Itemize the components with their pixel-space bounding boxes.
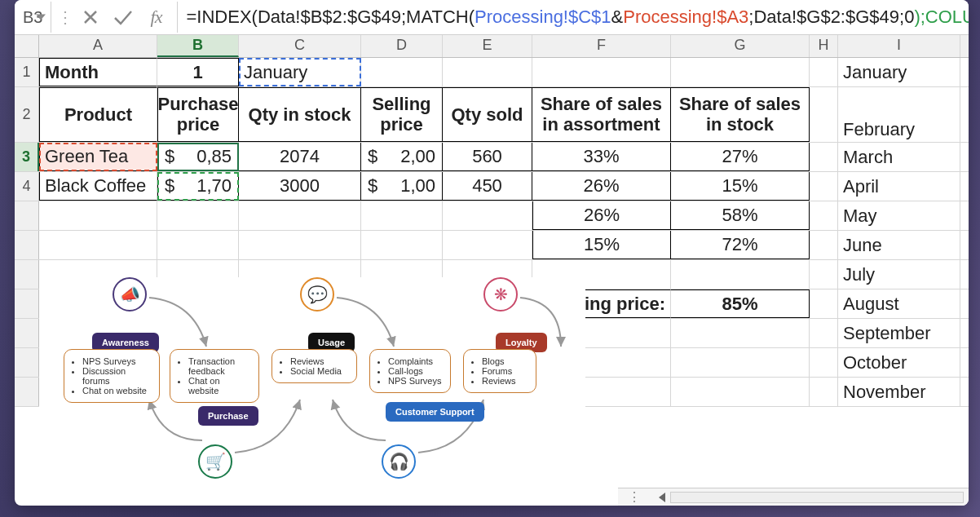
col-header-E[interactable]: E xyxy=(443,35,532,57)
enter-button[interactable] xyxy=(107,4,139,30)
row-header-11[interactable] xyxy=(15,378,39,406)
cell-H1[interactable] xyxy=(810,58,838,86)
cell-B4[interactable]: $ 1,70 xyxy=(157,172,239,201)
row-header-8[interactable] xyxy=(15,289,39,318)
cell-I10[interactable]: October xyxy=(838,348,960,377)
cell-G8[interactable]: 85% xyxy=(671,289,810,318)
cell-I7[interactable]: July xyxy=(838,260,960,289)
cell-A6[interactable] xyxy=(39,231,157,259)
cell-G6[interactable]: 72% xyxy=(671,231,810,259)
cell-F5[interactable]: 26% xyxy=(532,201,671,230)
row-header-4[interactable]: 4 xyxy=(15,172,39,201)
name-box[interactable]: B3 xyxy=(15,2,51,33)
col-header-I[interactable]: I xyxy=(838,35,960,57)
cell-F3[interactable]: 33% xyxy=(532,143,671,171)
cell-B1[interactable]: 1 xyxy=(157,58,239,86)
cell-I2[interactable]: February xyxy=(838,87,960,142)
cell-E2[interactable]: Qty sold xyxy=(443,87,532,142)
cell-A3[interactable]: Green Tea xyxy=(39,143,157,171)
cell-C2[interactable]: Qty in stock xyxy=(239,87,361,142)
cell-C3[interactable]: 2074 xyxy=(239,143,361,171)
cell-I5[interactable]: May xyxy=(838,201,960,230)
cell-A4[interactable]: Black Coffee xyxy=(39,172,157,201)
cell-G2[interactable]: Share of sales in stock xyxy=(671,87,810,142)
cell-H6[interactable] xyxy=(810,231,838,259)
cell-H10[interactable] xyxy=(810,348,838,377)
col-header-B[interactable]: B xyxy=(157,35,239,57)
cell-G5[interactable]: 58% xyxy=(671,201,810,230)
row-header-6[interactable] xyxy=(15,231,39,259)
cell-G4[interactable]: 15% xyxy=(671,172,810,201)
cell-F1[interactable] xyxy=(532,58,671,86)
scrollbar-track[interactable] xyxy=(670,492,964,503)
col-header-A[interactable]: A xyxy=(39,35,157,57)
cell-H3[interactable] xyxy=(810,143,838,171)
row-header-10[interactable] xyxy=(15,348,39,377)
cell-G10[interactable] xyxy=(671,348,810,377)
cell-E3[interactable]: 560 xyxy=(443,143,532,171)
cell-E1[interactable] xyxy=(443,58,532,86)
cell-D6[interactable] xyxy=(361,231,443,259)
formula-bar-options-icon[interactable]: ⋮ xyxy=(56,7,74,27)
cell-G11[interactable] xyxy=(671,378,810,406)
horizontal-scrollbar[interactable]: ⋮ xyxy=(618,488,969,506)
cell-H9[interactable] xyxy=(810,319,838,347)
insert-function-button[interactable]: fx xyxy=(139,4,172,30)
row-header-1[interactable]: 1 xyxy=(15,58,39,86)
sheet-tab-scroll-icon[interactable]: ⋮ xyxy=(618,489,652,505)
cell-G1[interactable] xyxy=(671,58,810,86)
cell-I6[interactable]: June xyxy=(838,231,960,259)
cell-D2[interactable]: Selling price xyxy=(361,87,443,142)
cell-H8[interactable] xyxy=(810,289,838,318)
cell-G9[interactable] xyxy=(671,319,810,347)
cell-E6[interactable] xyxy=(443,231,532,259)
row-header-2[interactable]: 2 xyxy=(15,87,39,142)
cell-A1[interactable]: Month xyxy=(39,58,157,86)
cell-B6[interactable] xyxy=(157,231,239,259)
cell-F2[interactable]: Share of sales in assortment xyxy=(532,87,671,142)
row-header-5[interactable] xyxy=(15,201,39,230)
cell-I3[interactable]: March xyxy=(838,143,960,171)
cell-D1[interactable] xyxy=(361,58,443,86)
cell-B3[interactable]: $ 0,85 xyxy=(157,143,239,171)
cell-I4[interactable]: April xyxy=(838,172,960,201)
scroll-left-icon[interactable] xyxy=(659,493,665,502)
cell-C5[interactable] xyxy=(239,201,361,230)
cell-F6[interactable]: 15% xyxy=(532,231,671,259)
cell-A2[interactable]: Product xyxy=(39,87,157,142)
cell-B5[interactable] xyxy=(157,201,239,230)
cell-G3[interactable]: 27% xyxy=(671,143,810,171)
cancel-button[interactable] xyxy=(74,4,107,30)
row-header-9[interactable] xyxy=(15,319,39,347)
cell-D3[interactable]: $ 2,00 xyxy=(361,143,443,171)
cell-H4[interactable] xyxy=(810,172,838,201)
cell-I11[interactable]: November xyxy=(838,378,960,406)
row-header-7[interactable] xyxy=(15,260,39,289)
cell-I8[interactable]: August xyxy=(838,289,960,318)
cell-B2[interactable]: Purchase price xyxy=(157,87,239,142)
cell-H7[interactable] xyxy=(810,260,838,289)
cell-I1[interactable]: January xyxy=(838,58,960,86)
cell-E5[interactable] xyxy=(443,201,532,230)
cell-E4[interactable]: 450 xyxy=(443,172,532,201)
cell-H2[interactable] xyxy=(810,87,838,142)
cell-G7[interactable] xyxy=(671,260,810,289)
cell-H5[interactable] xyxy=(810,201,838,230)
cell-F4[interactable]: 26% xyxy=(532,172,671,201)
col-header-F[interactable]: F xyxy=(532,35,671,57)
col-header-H[interactable]: H xyxy=(810,35,838,57)
row-header-3[interactable]: 3 xyxy=(15,143,39,171)
col-header-C[interactable]: C xyxy=(239,35,361,57)
select-all-corner[interactable] xyxy=(15,35,39,57)
cell-I9[interactable]: September xyxy=(838,319,960,347)
cell-H11[interactable] xyxy=(810,378,838,406)
col-header-G[interactable]: G xyxy=(671,35,810,57)
cell-D4[interactable]: $ 1,00 xyxy=(361,172,443,201)
cell-C4[interactable]: 3000 xyxy=(239,172,361,201)
name-box-dropdown-icon[interactable] xyxy=(36,15,46,20)
cell-D5[interactable] xyxy=(361,201,443,230)
col-header-D[interactable]: D xyxy=(361,35,443,57)
cell-C1[interactable]: January xyxy=(239,58,361,86)
cell-C6[interactable] xyxy=(239,231,361,259)
formula-input[interactable]: =INDEX(Data!$B$2:$G$49;MATCH(Processing!… xyxy=(178,2,969,33)
